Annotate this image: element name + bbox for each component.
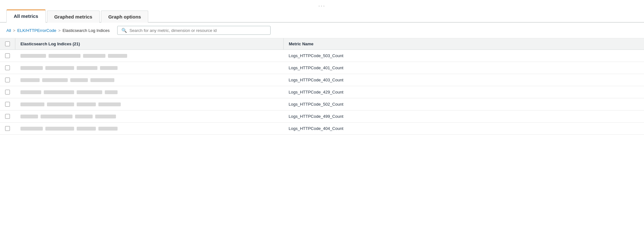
blurred-text-block [77,127,96,131]
blurred-text-block [98,127,118,131]
row-checkbox-cell [0,110,15,123]
table-row: Logs_HTTPCode_502_Count [0,98,644,110]
blurred-text-block [98,102,121,106]
blurred-text-block [42,78,68,82]
breadcrumb-sep-1: > [13,28,15,33]
blurred-text-block [95,115,116,118]
table-row: Logs_HTTPCode_429_Count [0,86,644,98]
blurred-text-block [77,90,102,94]
breadcrumb-sep-2: > [58,28,61,33]
row-index-cell [15,98,284,110]
row-checkbox-cell [0,123,15,135]
row-checkbox[interactable] [5,126,10,131]
search-icon: 🔍 [121,28,127,33]
row-metric-name: Logs_HTTPCode_499_Count [284,110,644,123]
blurred-text-block [83,54,105,58]
blurred-text-block [105,90,118,94]
row-metric-name: Logs_HTTPCode_401_Count [284,62,644,74]
row-index-cell [15,110,284,123]
top-dots: ... [0,0,644,9]
search-input[interactable] [129,28,266,33]
col-header-index: Elasticsearch Log Indices (21) [15,38,284,50]
row-checkbox[interactable] [5,114,10,119]
blurred-text-block [77,102,96,106]
breadcrumb-dimension: Elasticsearch Log Indices [63,28,110,33]
blurred-text-block [75,115,93,118]
tabs-bar: All metrics Graphed metrics Graph option… [0,9,644,23]
breadcrumb-namespace[interactable]: ELK/HTTPErrorCode [17,28,56,33]
metrics-table: Elasticsearch Log Indices (21) Metric Na… [0,38,644,135]
blurred-text-block [20,127,43,131]
blurred-text-block [20,90,41,94]
table-header-row: Elasticsearch Log Indices (21) Metric Na… [0,38,644,50]
row-checkbox-cell [0,98,15,110]
blurred-text-block [20,115,38,118]
row-index-cell [15,74,284,86]
blurred-text-block [90,78,114,82]
search-container[interactable]: 🔍 [117,26,271,35]
blurred-text-block [100,66,118,70]
tab-graph-options[interactable]: Graph options [101,11,149,23]
table-row: Logs_HTTPCode_404_Count [0,123,644,135]
row-checkbox[interactable] [5,78,10,82]
table-row: Logs_HTTPCode_403_Count [0,74,644,86]
col-header-metric: Metric Name [284,38,644,50]
blurred-text-block [45,66,74,70]
row-checkbox[interactable] [5,65,10,70]
row-checkbox-cell [0,74,15,86]
row-metric-name: Logs_HTTPCode_503_Count [284,50,644,62]
blurred-text-block [49,54,80,58]
blurred-text-block [20,78,40,82]
row-checkbox[interactable] [5,102,10,107]
row-checkbox-cell [0,50,15,62]
blurred-text-block [44,90,74,94]
blurred-text-block [20,66,43,70]
row-metric-name: Logs_HTTPCode_429_Count [284,86,644,98]
row-metric-name: Logs_HTTPCode_404_Count [284,123,644,135]
blurred-text-block [77,66,97,70]
row-index-cell [15,50,284,62]
breadcrumb-bar: All > ELK/HTTPErrorCode > Elasticsearch … [0,23,644,38]
row-metric-name: Logs_HTTPCode_502_Count [284,98,644,110]
blurred-text-block [20,102,44,106]
tab-graphed-metrics[interactable]: Graphed metrics [47,11,100,23]
table-row: Logs_HTTPCode_503_Count [0,50,644,62]
table-row: Logs_HTTPCode_499_Count [0,110,644,123]
tab-all-metrics[interactable]: All metrics [6,10,46,23]
row-checkbox-cell [0,86,15,98]
blurred-text-block [20,54,46,58]
blurred-text-block [45,127,74,131]
row-checkbox[interactable] [5,90,10,94]
row-checkbox-cell [0,62,15,74]
table-row: Logs_HTTPCode_401_Count [0,62,644,74]
blurred-text-block [47,102,74,106]
blurred-text-block [108,54,127,58]
row-metric-name: Logs_HTTPCode_403_Count [284,74,644,86]
row-index-cell [15,62,284,74]
blurred-text-block [70,78,88,82]
row-checkbox[interactable] [5,53,10,58]
col-header-checkbox [0,38,15,50]
row-index-cell [15,86,284,98]
breadcrumb-all[interactable]: All [6,28,11,33]
select-all-checkbox[interactable] [5,41,10,46]
row-index-cell [15,123,284,135]
blurred-text-block [41,115,73,118]
